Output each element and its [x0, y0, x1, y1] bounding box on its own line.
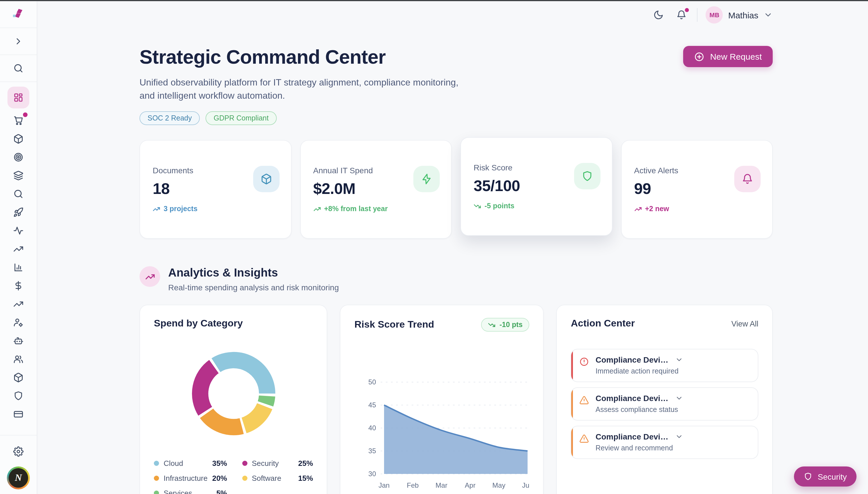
legend-item: Software15%	[242, 474, 313, 483]
svg-text:30: 30	[369, 470, 376, 478]
workspace-avatar-letter: N	[8, 468, 28, 488]
area-chart: 3035404550JanFebMarAprMayJun	[354, 359, 530, 494]
action-item-critical[interactable]: Compliance Deviation: Legacy File ... Im…	[571, 349, 758, 382]
trending-up-icon	[634, 205, 642, 213]
page-title: Strategic Command Center	[140, 46, 458, 68]
trending-up-icon	[153, 205, 160, 213]
chevron-down-icon[interactable]	[675, 433, 750, 441]
robot-icon	[13, 335, 23, 346]
svg-text:40: 40	[369, 424, 376, 432]
action-list: Compliance Deviation: Legacy File ... Im…	[571, 349, 758, 459]
notification-dot	[685, 8, 689, 12]
sidebar-item-procurement[interactable]	[7, 111, 29, 129]
sidebar-item-automation[interactable]	[7, 331, 29, 349]
hero-section: Strategic Command Center Unified observa…	[140, 46, 773, 125]
sidebar-search-button[interactable]	[8, 58, 29, 79]
svg-text:35: 35	[369, 447, 376, 455]
sidebar-item-activity[interactable]	[7, 222, 29, 239]
topbar: MB Mathias	[140, 1, 773, 29]
shield-icon	[574, 163, 600, 190]
alert-triangle-icon	[579, 396, 589, 407]
page-subtitle: Unified observability platform for IT st…	[140, 76, 458, 102]
dashboard-grid-icon	[13, 92, 23, 103]
sidebar-item-discovery[interactable]	[7, 185, 29, 203]
donut-chart	[154, 333, 313, 455]
stat-card-risk-score[interactable]: Risk Score 35/100 -5 points	[460, 137, 612, 236]
compliance-badges: SOC 2 Ready GDPR Compliant	[140, 112, 458, 125]
spend-legend: Cloud35% Security25% Infrastructure20% S…	[154, 459, 313, 494]
shopping-cart-icon	[13, 115, 23, 125]
action-card-title: Action Center	[571, 318, 635, 330]
sidebar-expand-button[interactable]	[8, 31, 29, 52]
svg-text:Mar: Mar	[436, 482, 447, 489]
risk-card-title: Risk Score Trend	[354, 319, 434, 331]
sidebar-item-growth[interactable]	[7, 295, 29, 313]
dark-mode-toggle[interactable]	[651, 7, 666, 22]
svg-text:Feb: Feb	[407, 482, 419, 489]
security-fab[interactable]: Security	[794, 467, 856, 487]
svg-text:50: 50	[369, 378, 376, 386]
svg-text:May: May	[493, 482, 505, 489]
users-icon	[13, 354, 23, 364]
topbar-divider	[697, 8, 698, 22]
settings-button[interactable]	[8, 441, 29, 462]
sidebar-item-layers[interactable]	[7, 166, 29, 184]
trending-up-icon	[13, 244, 23, 254]
chevron-down-icon[interactable]	[675, 356, 750, 364]
dollar-sign-icon	[13, 280, 23, 291]
chevron-down-icon	[763, 10, 773, 19]
sidebar-item-dashboard[interactable]	[7, 87, 29, 109]
user-name: Mathias	[728, 10, 758, 20]
workspace-avatar[interactable]: N	[7, 467, 30, 489]
risk-score-trend-card: Risk Score Trend -10 pts 3035404550JanFe…	[340, 305, 544, 494]
chevron-down-icon[interactable]	[675, 395, 750, 402]
activity-pulse-icon	[13, 225, 23, 235]
shield-icon	[804, 472, 813, 481]
sidebar-item-reports[interactable]	[7, 258, 29, 276]
trending-up-icon	[13, 299, 23, 309]
cart-badge-dot	[23, 112, 27, 117]
sidebar-item-inventory[interactable]	[7, 368, 29, 386]
gdpr-badge: GDPR Compliant	[205, 112, 277, 125]
stat-card-documents[interactable]: Documents 18 3 projects	[140, 140, 291, 239]
sidebar-item-billing[interactable]	[7, 405, 29, 423]
sidebar-item-launch[interactable]	[7, 203, 29, 221]
sidebar: N	[0, 1, 37, 494]
chevron-right-icon	[13, 36, 23, 46]
rocket-icon	[13, 207, 23, 217]
svg-text:Apr: Apr	[465, 482, 476, 489]
legend-item: Cloud35%	[154, 459, 227, 468]
stat-card-active-alerts[interactable]: Active Alerts 99 +2 new	[621, 140, 773, 239]
user-menu[interactable]: MB Mathias	[706, 6, 773, 23]
legend-item: Infrastructure20%	[154, 474, 227, 483]
svg-text:Jun: Jun	[522, 482, 529, 489]
sidebar-item-spend[interactable]	[7, 277, 29, 294]
notifications-button[interactable]	[674, 7, 689, 22]
credit-card-icon	[13, 409, 23, 419]
soc2-badge: SOC 2 Ready	[140, 112, 200, 125]
sidebar-item-team[interactable]	[7, 350, 29, 368]
sidebar-item-trends[interactable]	[7, 240, 29, 258]
sidebar-item-security[interactable]	[7, 387, 29, 404]
action-item-warning[interactable]: Compliance Deviation: Legacy File ... Re…	[571, 426, 758, 459]
svg-text:Jan: Jan	[378, 482, 390, 489]
new-request-button[interactable]: New Request	[683, 46, 773, 67]
sidebar-item-targets[interactable]	[7, 148, 29, 166]
stat-card-annual-spend[interactable]: Annual IT Spend $2.0M +8% from last year	[300, 140, 452, 239]
svg-text:45: 45	[369, 401, 376, 409]
risk-trend-badge: -10 pts	[481, 318, 530, 332]
bar-chart-icon	[13, 262, 23, 272]
app-logo-icon	[11, 7, 26, 21]
legend-item: Security25%	[242, 459, 313, 468]
action-item-warning[interactable]: Compliance Deviation: Legacy ER... Asses…	[571, 387, 758, 421]
view-all-link[interactable]: View All	[732, 320, 758, 328]
sidebar-item-packages[interactable]	[7, 130, 29, 148]
search-icon	[13, 63, 23, 73]
alert-circle-icon	[579, 357, 589, 369]
browser-top-strip	[0, 0, 868, 1]
user-avatar: MB	[706, 6, 723, 23]
package-icon	[253, 166, 279, 192]
analytics-subtitle: Real-time spending analysis and risk mon…	[168, 283, 339, 292]
search-icon	[13, 189, 23, 199]
sidebar-item-user-settings[interactable]	[7, 313, 29, 331]
